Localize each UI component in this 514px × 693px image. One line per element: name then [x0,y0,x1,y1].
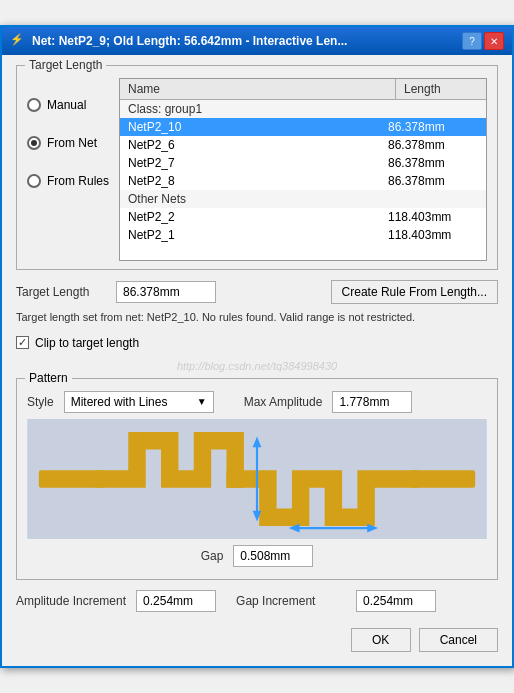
net-row-4-name: NetP2_2 [128,210,388,224]
gap-increment-input[interactable] [356,590,436,612]
pattern-section-title: Pattern [25,371,72,385]
target-length-section: Target Length Manual From Net From Rules [16,65,498,270]
net-row-4-length: 118.403mm [388,210,478,224]
radio-from-net[interactable]: From Net [27,136,109,150]
net-row-0-length: 86.378mm [388,120,478,134]
max-amplitude-label: Max Amplitude [244,395,323,409]
target-length-label: Target Length [16,285,106,299]
radio-manual-input[interactable] [27,98,41,112]
col-name-header: Name [120,79,396,99]
group-header-1: Class: group1 [120,100,486,118]
watermark: http://blog.csdn.net/tq384998430 [16,360,498,372]
radio-from-rules-input[interactable] [27,174,41,188]
pattern-style-row: Style Mitered with Lines ▼ Max Amplitude [27,391,487,413]
max-amplitude-input[interactable] [332,391,412,413]
svg-rect-2 [410,470,475,487]
net-row-3[interactable]: NetP2_8 86.378mm [120,172,486,190]
style-label: Style [27,395,54,409]
style-select[interactable]: Mitered with Lines ▼ [64,391,214,413]
gap-label: Gap [201,549,224,563]
select-arrow-icon: ▼ [197,396,207,407]
net-row-5-length: 118.403mm [388,228,478,242]
target-length-section-title: Target Length [25,58,106,72]
content-area: Target Length Manual From Net From Rules [2,55,512,665]
gap-input[interactable] [233,545,313,567]
svg-rect-1 [39,470,104,487]
radio-from-net-label: From Net [47,136,97,150]
net-row-1[interactable]: NetP2_6 86.378mm [120,136,486,154]
pattern-section: Pattern Style Mitered with Lines ▼ Max A… [16,378,498,580]
net-row-1-length: 86.378mm [388,138,478,152]
status-text: Target length set from net: NetP2_10. No… [16,310,498,325]
net-row-2-name: NetP2_7 [128,156,388,170]
target-length-row: Target Length Create Rule From Length... [16,280,498,304]
net-table-container: Name Length Class: group1 NetP2_10 86.37… [119,78,487,261]
clip-checkbox-row[interactable]: Clip to target length [16,336,498,350]
gap-increment-label: Gap Increment [236,594,346,608]
title-bar-left: ⚡ Net: NetP2_9; Old Length: 56.642mm - I… [10,33,347,49]
pattern-canvas [27,419,487,539]
main-window: ⚡ Net: NetP2_9; Old Length: 56.642mm - I… [0,25,514,667]
net-row-1-name: NetP2_6 [128,138,388,152]
amplitude-increment-input[interactable] [136,590,216,612]
radio-from-net-input[interactable] [27,136,41,150]
net-row-3-name: NetP2_8 [128,174,388,188]
target-length-input[interactable] [116,281,216,303]
net-row-0-name: NetP2_10 [128,120,388,134]
help-button[interactable]: ? [462,32,482,50]
ok-button[interactable]: OK [351,628,411,652]
net-row-3-length: 86.378mm [388,174,478,188]
clip-label: Clip to target length [35,336,139,350]
radio-from-rules[interactable]: From Rules [27,174,109,188]
net-table-body[interactable]: Class: group1 NetP2_10 86.378mm NetP2_6 … [120,100,486,260]
title-bar-buttons: ? ✕ [462,32,504,50]
net-row-5-name: NetP2_1 [128,228,388,242]
net-row-2-length: 86.378mm [388,156,478,170]
meander-svg [27,419,487,539]
create-rule-button[interactable]: Create Rule From Length... [331,280,498,304]
net-row-4[interactable]: NetP2_2 118.403mm [120,208,486,226]
close-button[interactable]: ✕ [484,32,504,50]
window-icon: ⚡ [10,33,26,49]
radio-from-rules-label: From Rules [47,174,109,188]
window-title: Net: NetP2_9; Old Length: 56.642mm - Int… [32,34,347,48]
radio-manual[interactable]: Manual [27,98,109,112]
cancel-button[interactable]: Cancel [419,628,498,652]
increment-row: Amplitude Increment Gap Increment [16,590,498,612]
net-table-header: Name Length [120,79,486,100]
table-with-scroll: Class: group1 NetP2_10 86.378mm NetP2_6 … [120,100,486,260]
radio-manual-label: Manual [47,98,86,112]
tl-inner: Manual From Net From Rules Name [27,78,487,261]
style-value: Mitered with Lines [71,395,168,409]
net-row-5[interactable]: NetP2_1 118.403mm [120,226,486,244]
amplitude-increment-label: Amplitude Increment [16,594,126,608]
group-header-2: Other Nets [120,190,486,208]
gap-row: Gap [27,545,487,567]
col-length-header: Length [396,79,486,99]
net-row-2[interactable]: NetP2_7 86.378mm [120,154,486,172]
clip-checkbox[interactable] [16,336,29,349]
bottom-buttons: OK Cancel [16,622,498,656]
net-row-0[interactable]: NetP2_10 86.378mm [120,118,486,136]
radio-group: Manual From Net From Rules [27,78,109,261]
title-bar: ⚡ Net: NetP2_9; Old Length: 56.642mm - I… [2,27,512,55]
